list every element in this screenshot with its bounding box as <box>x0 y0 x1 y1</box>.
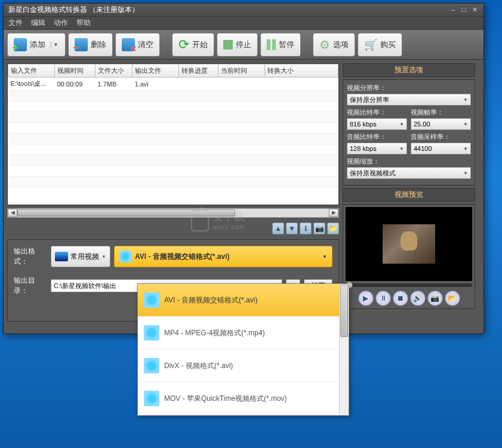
move-down-icon[interactable]: ▼ <box>286 223 298 234</box>
col-progress[interactable]: 转换进度 <box>179 64 218 78</box>
seek-slider[interactable] <box>346 283 472 287</box>
col-output[interactable]: 输出文件 <box>133 64 179 78</box>
maximize-button[interactable]: □ <box>460 6 468 14</box>
format-icon <box>144 325 159 341</box>
snapshot-icon[interactable]: 📷 <box>313 223 325 234</box>
start-button[interactable]: ⟳开始 <box>172 33 214 57</box>
table-row[interactable] <box>8 123 338 134</box>
chevron-down-icon: ▼ <box>322 254 327 259</box>
monitor-icon <box>55 252 68 261</box>
titlebar[interactable]: 新星白金视频格式转换器 （未注册版本） – □ ✕ <box>4 4 483 17</box>
table-row[interactable] <box>8 155 338 166</box>
chevron-down-icon[interactable]: ▼ <box>51 42 59 48</box>
pause-icon[interactable]: ⏸ <box>375 291 391 306</box>
refresh-icon: ⟳ <box>178 37 189 52</box>
format-icon <box>144 391 159 406</box>
format-selector[interactable]: AVI - 音频视频交错格式(*.avi) ▼ <box>114 246 332 267</box>
menu-action[interactable]: 动作 <box>54 18 68 28</box>
volume-icon[interactable]: 🔊 <box>410 291 426 306</box>
open-icon[interactable]: 📂 <box>445 291 460 306</box>
table-row[interactable] <box>8 91 338 101</box>
table-row[interactable] <box>8 134 338 144</box>
move-up-icon[interactable]: ▲ <box>272 223 284 234</box>
sample-rate-select[interactable]: 44100▼ <box>411 143 471 155</box>
stop-icon <box>223 40 233 50</box>
scroll-right-icon[interactable]: ▶ <box>329 209 338 217</box>
scroll-thumb[interactable] <box>340 285 348 337</box>
menu-help[interactable]: 帮助 <box>76 18 91 28</box>
cart-icon: 🛒 <box>364 38 377 51</box>
info-icon[interactable]: ℹ <box>300 223 312 234</box>
table-row[interactable] <box>8 101 338 112</box>
play-icon[interactable]: ▶ <box>358 291 374 306</box>
menu-edit[interactable]: 编辑 <box>31 18 45 28</box>
col-ctime[interactable]: 当前时间 <box>218 64 265 78</box>
dropdown-item[interactable]: MOV - 苹果QuickTime视频格式(*.mov) <box>138 382 349 415</box>
buy-button[interactable]: 🛒购买 <box>358 33 402 57</box>
resolution-select[interactable]: 保持原分辨率▼ <box>347 94 471 106</box>
dir-label: 输出目录： <box>14 276 47 296</box>
folder-icon[interactable]: 📁 <box>327 223 339 234</box>
col-csize[interactable]: 转换大小 <box>265 64 338 78</box>
dropdown-scrollbar[interactable] <box>339 284 349 415</box>
options-button[interactable]: ⚙选项 <box>313 33 355 57</box>
capture-icon[interactable]: 📷 <box>427 291 443 306</box>
chevron-down-icon: ▼ <box>101 254 106 259</box>
dropdown-item[interactable]: AVI - 音频视频交错格式(*.avi) <box>138 284 349 317</box>
close-button[interactable]: ✕ <box>470 6 479 14</box>
stop-icon[interactable]: ⏹ <box>393 291 408 306</box>
audio-bitrate-select[interactable]: 128 kbps▼ <box>347 143 407 155</box>
table-row[interactable] <box>8 166 338 177</box>
preset-title: 预置选项 <box>343 63 475 77</box>
col-fsize[interactable]: 文件大小 <box>96 64 133 78</box>
format-icon <box>144 358 159 373</box>
clear-icon <box>122 38 135 51</box>
fps-select[interactable]: 25.00▼ <box>411 118 471 130</box>
minimize-button[interactable]: – <box>449 6 457 14</box>
clear-button[interactable]: 清空 <box>115 33 160 57</box>
add-button[interactable]: 添加▼ <box>7 33 66 57</box>
col-input[interactable]: 输入文件 <box>8 64 55 78</box>
menu-file[interactable]: 文件 <box>8 18 23 28</box>
preset-panel: 视频分辨率： 保持原分辨率▼ 视频比特率： 816 kbps▼ 视频帧率： 25… <box>343 79 475 186</box>
video-bitrate-select[interactable]: 816 kbps▼ <box>347 118 407 130</box>
col-vtime[interactable]: 视频时间 <box>55 64 96 78</box>
pause-button[interactable]: 暂停 <box>260 33 301 57</box>
window-title: 新星白金视频格式转换器 （未注册版本） <box>8 5 139 15</box>
delete-icon <box>75 38 88 51</box>
toolbar: 添加▼ 删除 清空 ⟳开始 停止 暂停 ⚙选项 🛒购买 <box>4 30 483 60</box>
preview-image <box>383 224 435 264</box>
format-icon <box>144 292 159 308</box>
gear-icon: ⚙ <box>319 38 330 52</box>
category-button[interactable]: 常用视频 ▼ <box>51 246 110 267</box>
scroll-left-icon[interactable]: ◀ <box>8 209 17 217</box>
add-icon <box>14 38 27 51</box>
scroll-thumb[interactable] <box>17 209 235 217</box>
table-row[interactable] <box>8 177 338 187</box>
file-table[interactable]: 输入文件 视频时间 文件大小 输出文件 转换进度 当前时间 转换大小 E:\to… <box>7 63 339 205</box>
preview-title: 视频预览 <box>343 188 475 202</box>
stop-button[interactable]: 停止 <box>217 33 258 57</box>
format-icon <box>119 251 131 262</box>
dropdown-item[interactable]: DivX - 视频格式(*.avi) <box>138 350 349 382</box>
table-row[interactable] <box>8 144 338 155</box>
scale-select[interactable]: 保持原视频模式▼ <box>347 167 471 179</box>
format-label: 输出格式： <box>14 246 47 267</box>
preview-screen <box>346 207 472 281</box>
menubar: 文件 编辑 动作 帮助 <box>4 17 483 30</box>
pause-icon <box>267 39 276 50</box>
table-row[interactable] <box>8 112 338 123</box>
delete-button[interactable]: 删除 <box>68 33 113 57</box>
dropdown-item[interactable]: MP4 - MPEG-4视频格式(*.mp4) <box>138 317 349 350</box>
format-dropdown[interactable]: AVI - 音频视频交错格式(*.avi) MP4 - MPEG-4视频格式(*… <box>137 283 349 416</box>
table-row[interactable]: E:\tools\桌...00:00:091.7MB1.avi <box>8 78 338 91</box>
preview-panel: ▶ ⏸ ⏹ 🔊 📷 📂 <box>343 204 475 309</box>
horizontal-scrollbar[interactable]: ◀ ▶ <box>7 208 339 218</box>
